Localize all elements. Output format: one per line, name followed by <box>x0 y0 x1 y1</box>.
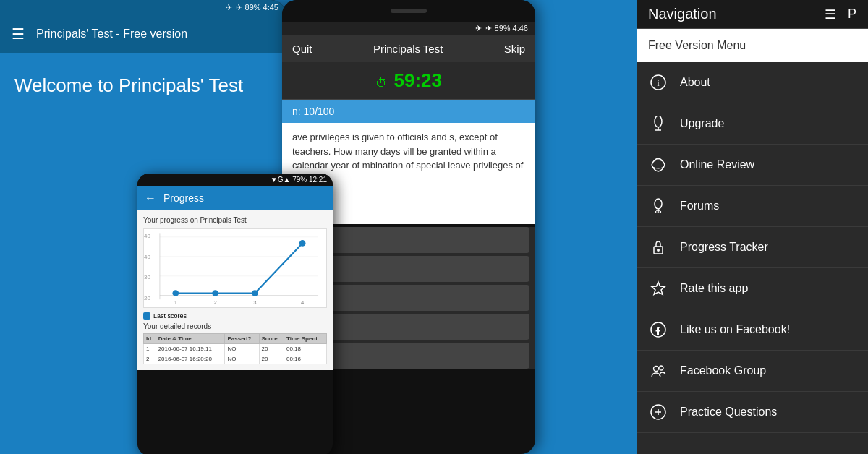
svg-point-16 <box>655 116 662 127</box>
hamburger-nav-icon[interactable]: ☰ <box>825 7 836 22</box>
phone-small-status-bar: ▼G▲ 79% 12:21 <box>137 174 333 186</box>
nav-item-label-rate-app: Rate this app <box>680 282 748 295</box>
svg-point-19 <box>655 199 662 209</box>
forums-icon <box>648 196 668 216</box>
nav-item-rate-app[interactable]: Rate this app <box>637 268 868 309</box>
rate-app-icon <box>648 278 668 299</box>
legend-color <box>143 312 150 320</box>
table-cell: 2016-06-07 16:19:11 <box>156 344 225 354</box>
nav-item-progress-tracker[interactable]: Progress Tracker <box>637 227 868 268</box>
phone-large-toolbar: ☰ Principals' Test - Free version <box>0 15 286 53</box>
plane-icon-2: ✈ <box>475 24 482 33</box>
nav-item-label-about: About <box>680 76 710 89</box>
table-cell: 00:16 <box>284 354 327 364</box>
table-row: 22016-06-07 16:20:20NO2000:16 <box>144 354 327 364</box>
nav-header-icons: ☰ P <box>825 7 856 22</box>
svg-text:1: 1 <box>174 299 177 306</box>
phone-large-toolbar-title: Principals' Test - Free version <box>36 27 187 40</box>
nav-item-facebook-group[interactable]: Facebook Group <box>637 351 868 392</box>
about-icon: i <box>648 72 668 93</box>
nav-item-label-upgrade: Upgrade <box>680 117 724 130</box>
svg-text:4: 4 <box>301 299 305 306</box>
quiz-bar: Quit Principals Test Skip <box>282 35 535 62</box>
table-cell: 2016-06-07 16:20:20 <box>156 354 225 364</box>
quit-btn[interactable]: Quit <box>292 43 312 55</box>
plane-icon: ✈ <box>226 3 232 12</box>
nav-sidebar: Navigation ☰ P Free Version Menu iAboutU… <box>637 0 868 454</box>
progress-content: Your progress on Principals Test 40 40 3… <box>137 210 333 370</box>
records-table: Id Date & Time Passed? Score Time Spent … <box>143 333 327 364</box>
table-cell: 00:18 <box>284 344 327 354</box>
svg-marker-24 <box>652 282 665 295</box>
nav-item-label-forums: Forums <box>680 200 719 213</box>
timer-display: 59:23 <box>393 69 442 91</box>
nav-item-facebook[interactable]: Like us on Facebook! <box>637 309 868 351</box>
svg-point-27 <box>659 366 663 370</box>
col-time-spent: Time Spent <box>284 334 327 344</box>
col-score: Score <box>259 334 284 344</box>
table-cell: 2 <box>144 354 156 364</box>
chart-legend: Last scores <box>143 312 327 320</box>
svg-text:2: 2 <box>213 299 216 306</box>
phone-small-status-text: ▼G▲ 79% 12:21 <box>271 176 327 184</box>
nav-item-online-review[interactable]: Online Review <box>637 145 868 186</box>
hamburger-icon: ☰ <box>12 25 25 43</box>
nav-item-upgrade[interactable]: Upgrade <box>637 103 868 145</box>
online-review-icon <box>648 155 668 175</box>
nav-item-label-practice-questions: Practice Questions <box>680 406 777 419</box>
nav-item-label-online-review: Online Review <box>680 158 754 171</box>
phone-medium-speaker <box>282 0 535 22</box>
svg-text:i: i <box>657 77 660 88</box>
phone-large-welcome: Welcome to Principals' Test <box>14 74 271 97</box>
table-cell: 1 <box>144 344 156 354</box>
nav-header: Navigation ☰ P <box>637 0 868 29</box>
upgrade-icon <box>648 113 668 134</box>
nav-item-label-facebook-group: Facebook Group <box>680 364 766 377</box>
phone-small-toolbar-title: Progress <box>163 192 204 204</box>
nav-title: Navigation <box>648 6 717 22</box>
phone-medium-status-bar: ✈ ✈ 89% 4:46 <box>282 22 535 35</box>
facebook-icon <box>648 320 668 340</box>
question-number: n: 10/100 <box>282 100 535 123</box>
svg-point-26 <box>654 367 659 372</box>
phone-small-toolbar: ← Progress <box>137 186 333 210</box>
battery-status-2: ✈ 89% 4:46 <box>485 24 528 33</box>
svg-point-8 <box>252 290 258 296</box>
person-icon[interactable]: P <box>848 7 856 22</box>
table-cell: 20 <box>259 354 284 364</box>
practice-questions-icon <box>648 402 668 422</box>
phone-small: ▼G▲ 79% 12:21 ← Progress Your progress o… <box>137 174 333 454</box>
skip-btn[interactable]: Skip <box>504 43 525 55</box>
col-datetime: Date & Time <box>156 334 225 344</box>
table-cell: 20 <box>259 344 284 354</box>
nav-item-label-facebook: Like us on Facebook! <box>680 323 790 336</box>
svg-point-7 <box>212 290 218 296</box>
chart-area: 40 40 30 20 <box>143 228 327 308</box>
timer-area: ⏱ 59:23 <box>282 62 535 100</box>
facebook-group-icon <box>648 361 668 381</box>
col-passed: Passed? <box>225 334 259 344</box>
nav-item-forums[interactable]: Forums <box>637 186 868 227</box>
svg-text:3: 3 <box>253 299 256 306</box>
nav-item-practice-questions[interactable]: Practice Questions <box>637 392 868 433</box>
chart-svg: 1 2 3 4 <box>144 229 326 307</box>
table-cell: NO <box>225 344 259 354</box>
progress-tracker-icon <box>648 237 668 257</box>
table-row: 12016-06-07 16:19:11NO2000:18 <box>144 344 327 354</box>
records-title: Your detailed records <box>143 322 327 330</box>
quiz-title: Principals Test <box>373 43 443 55</box>
nav-item-label-progress-tracker: Progress Tracker <box>680 241 768 254</box>
nav-free-version-menu[interactable]: Free Version Menu <box>637 29 868 62</box>
col-id: Id <box>144 334 156 344</box>
table-header-row: Id Date & Time Passed? Score Time Spent <box>144 334 327 344</box>
battery-status: ✈ 89% 4:45 <box>236 3 278 12</box>
phone-large-status-bar: ✈ ✈ 89% 4:45 <box>0 0 286 15</box>
svg-point-23 <box>657 249 660 252</box>
chart-title: Your progress on Principals Test <box>143 216 327 224</box>
svg-point-9 <box>299 240 306 247</box>
nav-items-list: iAboutUpgradeOnline ReviewForumsProgress… <box>637 62 868 433</box>
back-icon[interactable]: ← <box>145 192 156 205</box>
timer-icon: ⏱ <box>375 77 387 89</box>
nav-item-about[interactable]: iAbout <box>637 62 868 103</box>
svg-point-6 <box>172 290 179 296</box>
